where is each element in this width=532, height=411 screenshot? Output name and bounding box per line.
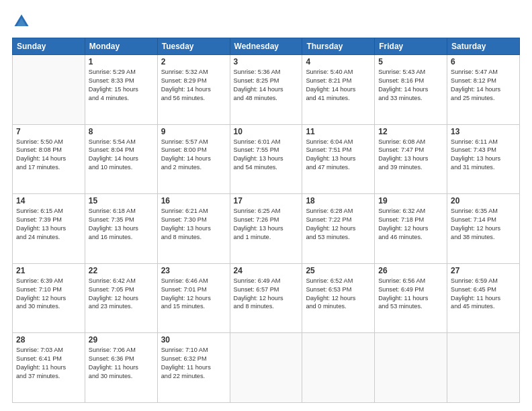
calendar-cell: 28Sunrise: 7:03 AMSunset: 6:41 PMDayligh… <box>13 333 85 403</box>
day-info: Sunrise: 6:46 AMSunset: 7:01 PMDaylight:… <box>161 277 226 312</box>
day-info: Sunrise: 7:03 AMSunset: 6:41 PMDaylight:… <box>16 346 81 381</box>
calendar-cell: 8Sunrise: 5:54 AMSunset: 8:04 PMDaylight… <box>85 124 157 194</box>
calendar-cell: 21Sunrise: 6:39 AMSunset: 7:10 PMDayligh… <box>13 263 85 333</box>
day-info: Sunrise: 6:52 AMSunset: 6:53 PMDaylight:… <box>306 277 371 312</box>
day-info: Sunrise: 5:50 AMSunset: 8:08 PMDaylight:… <box>16 138 81 173</box>
calendar-cell: 9Sunrise: 5:57 AMSunset: 8:00 PMDaylight… <box>157 124 230 194</box>
header <box>12 12 520 31</box>
calendar-cell: 4Sunrise: 5:40 AMSunset: 8:21 PMDaylight… <box>302 55 375 125</box>
day-info: Sunrise: 6:42 AMSunset: 7:05 PMDaylight:… <box>89 277 154 312</box>
day-info: Sunrise: 7:06 AMSunset: 6:36 PMDaylight:… <box>89 346 154 381</box>
calendar-cell: 26Sunrise: 6:56 AMSunset: 6:49 PMDayligh… <box>375 263 447 333</box>
calendar-cell: 14Sunrise: 6:15 AMSunset: 7:39 PMDayligh… <box>13 194 85 264</box>
weekday-header-saturday: Saturday <box>447 38 520 55</box>
day-info: Sunrise: 5:43 AMSunset: 8:16 PMDaylight:… <box>378 68 443 103</box>
day-info: Sunrise: 6:15 AMSunset: 7:39 PMDaylight:… <box>16 207 81 242</box>
calendar-cell: 13Sunrise: 6:11 AMSunset: 7:43 PMDayligh… <box>447 124 520 194</box>
calendar-cell: 1Sunrise: 5:29 AMSunset: 8:33 PMDaylight… <box>85 55 157 125</box>
day-number: 11 <box>306 127 371 136</box>
weekday-header-wednesday: Wednesday <box>230 38 302 55</box>
calendar-cell: 24Sunrise: 6:49 AMSunset: 6:57 PMDayligh… <box>230 263 302 333</box>
weekday-header-row: SundayMondayTuesdayWednesdayThursdayFrid… <box>13 38 520 55</box>
day-info: Sunrise: 5:57 AMSunset: 8:00 PMDaylight:… <box>161 138 226 173</box>
day-number: 16 <box>161 196 226 205</box>
day-number: 19 <box>378 196 443 205</box>
day-number: 29 <box>89 335 154 345</box>
day-number: 2 <box>161 57 226 66</box>
calendar-cell: 25Sunrise: 6:52 AMSunset: 6:53 PMDayligh… <box>302 263 375 333</box>
day-number: 8 <box>89 127 154 136</box>
day-number: 24 <box>234 266 299 275</box>
calendar-cell: 22Sunrise: 6:42 AMSunset: 7:05 PMDayligh… <box>85 263 157 333</box>
day-info: Sunrise: 6:11 AMSunset: 7:43 PMDaylight:… <box>451 138 516 173</box>
calendar-cell <box>230 333 302 403</box>
calendar-cell: 3Sunrise: 5:36 AMSunset: 8:25 PMDaylight… <box>230 55 302 125</box>
day-number: 20 <box>451 196 516 205</box>
weekday-header-sunday: Sunday <box>13 38 85 55</box>
calendar-cell <box>447 333 520 403</box>
calendar-cell: 30Sunrise: 7:10 AMSunset: 6:32 PMDayligh… <box>157 333 230 403</box>
calendar-cell: 19Sunrise: 6:32 AMSunset: 7:18 PMDayligh… <box>375 194 447 264</box>
calendar-cell: 23Sunrise: 6:46 AMSunset: 7:01 PMDayligh… <box>157 263 230 333</box>
calendar-cell: 20Sunrise: 6:35 AMSunset: 7:14 PMDayligh… <box>447 194 520 264</box>
week-row-2: 14Sunrise: 6:15 AMSunset: 7:39 PMDayligh… <box>13 194 520 264</box>
calendar-cell: 15Sunrise: 6:18 AMSunset: 7:35 PMDayligh… <box>85 194 157 264</box>
calendar-cell: 2Sunrise: 5:32 AMSunset: 8:29 PMDaylight… <box>157 55 230 125</box>
page: SundayMondayTuesdayWednesdayThursdayFrid… <box>0 0 532 411</box>
week-row-0: 1Sunrise: 5:29 AMSunset: 8:33 PMDaylight… <box>13 55 520 125</box>
day-number: 25 <box>306 266 371 275</box>
weekday-header-tuesday: Tuesday <box>157 38 230 55</box>
calendar-table: SundayMondayTuesdayWednesdayThursdayFrid… <box>12 38 520 403</box>
day-info: Sunrise: 5:40 AMSunset: 8:21 PMDaylight:… <box>306 68 371 103</box>
calendar-cell <box>302 333 375 403</box>
calendar-cell: 12Sunrise: 6:08 AMSunset: 7:47 PMDayligh… <box>375 124 447 194</box>
day-info: Sunrise: 6:49 AMSunset: 6:57 PMDaylight:… <box>234 277 299 312</box>
day-number: 10 <box>234 127 299 136</box>
day-number: 4 <box>306 57 371 66</box>
day-number: 30 <box>161 335 226 345</box>
week-row-1: 7Sunrise: 5:50 AMSunset: 8:08 PMDaylight… <box>13 124 520 194</box>
day-number: 14 <box>16 196 81 205</box>
calendar-cell: 11Sunrise: 6:04 AMSunset: 7:51 PMDayligh… <box>302 124 375 194</box>
day-info: Sunrise: 6:18 AMSunset: 7:35 PMDaylight:… <box>89 207 154 242</box>
day-info: Sunrise: 5:29 AMSunset: 8:33 PMDaylight:… <box>89 68 154 103</box>
day-info: Sunrise: 6:32 AMSunset: 7:18 PMDaylight:… <box>378 207 443 242</box>
day-info: Sunrise: 6:59 AMSunset: 6:45 PMDaylight:… <box>451 277 516 312</box>
calendar-cell <box>13 55 85 125</box>
day-info: Sunrise: 6:39 AMSunset: 7:10 PMDaylight:… <box>16 277 81 312</box>
day-number: 26 <box>378 266 443 275</box>
day-info: Sunrise: 5:32 AMSunset: 8:29 PMDaylight:… <box>161 68 226 103</box>
week-row-4: 28Sunrise: 7:03 AMSunset: 6:41 PMDayligh… <box>13 333 520 403</box>
day-info: Sunrise: 5:47 AMSunset: 8:12 PMDaylight:… <box>451 68 516 103</box>
day-info: Sunrise: 5:54 AMSunset: 8:04 PMDaylight:… <box>89 138 154 173</box>
logo-icon <box>12 12 31 31</box>
day-number: 7 <box>16 127 81 136</box>
day-info: Sunrise: 6:56 AMSunset: 6:49 PMDaylight:… <box>378 277 443 312</box>
day-number: 1 <box>89 57 154 66</box>
day-number: 27 <box>451 266 516 275</box>
day-number: 13 <box>451 127 516 136</box>
day-info: Sunrise: 6:28 AMSunset: 7:22 PMDaylight:… <box>306 207 371 242</box>
day-number: 12 <box>378 127 443 136</box>
day-info: Sunrise: 6:08 AMSunset: 7:47 PMDaylight:… <box>378 138 443 173</box>
day-info: Sunrise: 5:36 AMSunset: 8:25 PMDaylight:… <box>234 68 299 103</box>
day-info: Sunrise: 6:04 AMSunset: 7:51 PMDaylight:… <box>306 138 371 173</box>
day-number: 23 <box>161 266 226 275</box>
day-number: 28 <box>16 335 81 345</box>
day-number: 5 <box>378 57 443 66</box>
logo <box>12 12 34 31</box>
week-row-3: 21Sunrise: 6:39 AMSunset: 7:10 PMDayligh… <box>13 263 520 333</box>
calendar-cell <box>375 333 447 403</box>
day-number: 3 <box>234 57 299 66</box>
day-number: 9 <box>161 127 226 136</box>
day-number: 22 <box>89 266 154 275</box>
day-info: Sunrise: 6:01 AMSunset: 7:55 PMDaylight:… <box>234 138 299 173</box>
calendar-cell: 29Sunrise: 7:06 AMSunset: 6:36 PMDayligh… <box>85 333 157 403</box>
day-number: 18 <box>306 196 371 205</box>
calendar-cell: 10Sunrise: 6:01 AMSunset: 7:55 PMDayligh… <box>230 124 302 194</box>
day-info: Sunrise: 6:21 AMSunset: 7:30 PMDaylight:… <box>161 207 226 242</box>
day-number: 6 <box>451 57 516 66</box>
day-info: Sunrise: 6:35 AMSunset: 7:14 PMDaylight:… <box>451 207 516 242</box>
day-number: 21 <box>16 266 81 275</box>
calendar-cell: 5Sunrise: 5:43 AMSunset: 8:16 PMDaylight… <box>375 55 447 125</box>
